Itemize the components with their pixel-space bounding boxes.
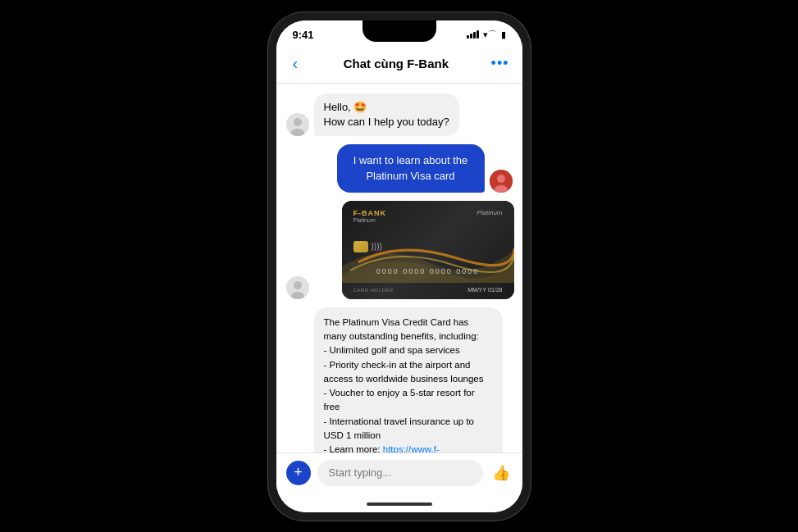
input-area: + 👍: [276, 452, 522, 496]
card-visa-label: Platinum: [477, 209, 502, 216]
thumbs-up-icon: 👍: [492, 464, 510, 482]
learn-more-link[interactable]: https://www.f-bank.com/personal/credit-c…: [324, 444, 480, 452]
card-expiry: MM/YY 01/28: [467, 287, 502, 293]
phone-screen: 9:41 ▾⌒ ▮ ‹ Chat cùng F-Bank •••: [276, 20, 522, 512]
battery-icon: ▮: [501, 30, 506, 40]
card-bottom: CARD HOLDER MM/YY 01/28: [353, 287, 503, 293]
bot-info-row: The Platinum Visa Credit Card has many o…: [286, 307, 513, 452]
like-button[interactable]: 👍: [490, 462, 513, 484]
svg-point-4: [497, 175, 505, 183]
wifi-icon: ▾⌒: [483, 29, 497, 41]
home-bar: [367, 502, 432, 506]
card-number: 0000 0000 0000 0000: [353, 267, 503, 275]
chat-area: Hello, 🤩How can I help you today? I want…: [276, 84, 522, 452]
phone-frame: 9:41 ▾⌒ ▮ ‹ Chat cùng F-Bank •••: [268, 12, 531, 521]
svg-point-1: [294, 118, 302, 126]
chat-header: ‹ Chat cùng F-Bank •••: [276, 44, 522, 84]
user-avatar: [490, 170, 513, 193]
more-button[interactable]: •••: [491, 55, 509, 72]
add-button[interactable]: +: [286, 461, 311, 485]
credit-card: F-BANK Platinum Platinum )))) 0000 0000 …: [342, 201, 514, 299]
credit-card-image: F-BANK Platinum Platinum )))) 0000 0000 …: [342, 201, 514, 299]
bot-avatar: [286, 113, 309, 136]
card-top: F-BANK Platinum Platinum: [353, 209, 503, 223]
card-chip: [353, 241, 368, 252]
status-time: 9:41: [293, 29, 314, 41]
back-button[interactable]: ‹: [290, 51, 302, 76]
card-chip-area: )))): [353, 241, 503, 252]
home-indicator: [276, 496, 522, 512]
notch: [363, 20, 436, 42]
bot-avatar-2: [286, 276, 309, 299]
bot-message-row: Hello, 🤩How can I help you today?: [286, 93, 513, 136]
message-input[interactable]: [317, 460, 483, 486]
chat-title: Chat cùng F-Bank: [344, 57, 449, 70]
svg-point-7: [294, 281, 302, 289]
user-message-row: I want to learn about the Platinum Visa …: [286, 144, 513, 193]
bot-card-row: F-BANK Platinum Platinum )))) 0000 0000 …: [286, 201, 513, 299]
bot-info-bubble: The Platinum Visa Credit Card has many o…: [314, 307, 503, 452]
contactless-icon: )))): [372, 242, 382, 251]
user-bubble: I want to learn about the Platinum Visa …: [337, 144, 485, 193]
card-holder-info: CARD HOLDER: [353, 288, 394, 293]
status-icons: ▾⌒ ▮: [467, 29, 506, 41]
bot-greeting-bubble: Hello, 🤩How can I help you today?: [314, 93, 459, 136]
signal-bars-icon: [467, 30, 479, 39]
card-brand: F-BANK Platinum: [353, 209, 387, 223]
